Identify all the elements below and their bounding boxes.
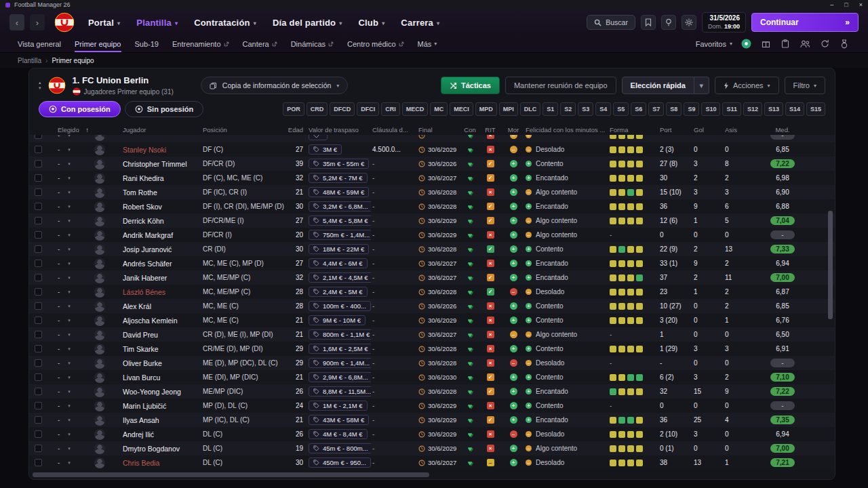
table-row[interactable]: -▾Oliver BurkeME (D), MP (DC), DL (C)299… xyxy=(29,356,835,370)
filter-button[interactable]: Filtro ▾ xyxy=(785,77,825,94)
copy-selection-dropdown[interactable]: Copia de información de selección ▾ xyxy=(201,77,349,94)
col-posicion[interactable]: Posición xyxy=(199,126,284,134)
position-filter-s5[interactable]: S5 xyxy=(613,102,629,116)
col-clausula[interactable]: Cláusula d... xyxy=(371,126,418,134)
player-name[interactable]: Ilyas Ansah xyxy=(112,416,199,424)
selection-dropdown[interactable]: -▾ xyxy=(52,317,92,324)
col-asis[interactable]: Asis xyxy=(725,126,760,134)
selection-dropdown[interactable]: -▾ xyxy=(52,459,92,466)
tab-centro-medico[interactable]: Centro médico xyxy=(347,35,404,52)
horizontal-scrollbar[interactable] xyxy=(33,472,429,477)
maximize-button[interactable]: □ xyxy=(844,1,848,8)
tab-vista-general[interactable]: Vista general xyxy=(18,35,61,52)
table-row[interactable]: -▾Andrik MarkgrafDF/CR (I)20750m € - 1,4… xyxy=(29,228,835,242)
row-checkbox[interactable] xyxy=(35,402,42,409)
player-name[interactable]: David Preu xyxy=(112,331,199,339)
col-mor[interactable]: Mor xyxy=(501,126,526,134)
row-checkbox[interactable] xyxy=(35,388,42,395)
player-name[interactable]: Robert Skov xyxy=(112,203,199,211)
col-edad[interactable]: Edad xyxy=(284,126,303,134)
position-filter-cri[interactable]: CRI xyxy=(381,102,400,116)
transfer-value[interactable]: 3,2M € - 6,8M... xyxy=(309,201,371,211)
position-filter-s2[interactable]: S2 xyxy=(560,102,576,116)
player-name[interactable]: Tim Skarke xyxy=(112,345,199,353)
table-row[interactable]: -▾Aljoscha KemleinMC, ME (C)219M € - 10M… xyxy=(29,313,835,327)
clipboard-icon[interactable] xyxy=(779,38,791,50)
position-filter-dfcd[interactable]: DFCD xyxy=(330,102,355,116)
table-row[interactable]: -▾Livan BurcuME (DI), MP (DIC)212,9M € -… xyxy=(29,370,835,384)
row-checkbox[interactable] xyxy=(35,274,42,281)
table-row[interactable]: -▾Dmytro BogdanovDL (C)1945m € - 800m...… xyxy=(29,441,835,455)
table-row[interactable]: -▾Christopher TrimmelDF/CR (D)3935m € - … xyxy=(29,157,835,171)
row-checkbox[interactable] xyxy=(35,302,42,310)
transfer-value[interactable]: 1M € - 2,1M € xyxy=(309,401,368,411)
transfer-value[interactable]: 750m € - 1,4M... xyxy=(309,230,371,240)
row-checkbox[interactable] xyxy=(35,345,42,352)
selection-dropdown[interactable]: -▾ xyxy=(52,288,92,296)
row-checkbox[interactable] xyxy=(35,288,42,296)
transfer-value[interactable]: 4,4M € - 6M € xyxy=(309,258,368,268)
favorites-dropdown[interactable]: Favoritos ▾ xyxy=(696,40,732,48)
table-row[interactable]: -▾Andrés SchäferMC, ME (C), MP (D)274,4M… xyxy=(29,256,835,270)
transfer-value[interactable]: 5,4M € - 5,8M € xyxy=(309,216,371,226)
selection-dropdown[interactable]: -▾ xyxy=(52,445,92,452)
transfer-value[interactable]: 1,6M € - 2,5M € xyxy=(309,344,371,354)
forward-button[interactable]: › xyxy=(30,14,45,30)
col-jugador[interactable]: Jugador xyxy=(112,126,199,134)
row-checkbox[interactable] xyxy=(35,359,42,367)
row-checkbox[interactable] xyxy=(35,245,42,253)
row-checkbox[interactable] xyxy=(35,203,42,210)
transfer-value[interactable]: 18M € - 22M € xyxy=(309,244,369,254)
player-name[interactable]: Andrej Ilić xyxy=(112,430,199,439)
player-name[interactable]: László Bénes xyxy=(112,288,199,296)
row-checkbox[interactable] xyxy=(35,373,42,381)
player-name[interactable]: Rani Khedira xyxy=(112,174,199,182)
vertical-scrollbar[interactable] xyxy=(828,211,833,319)
col-elegido[interactable]: Elegido ↑ xyxy=(52,126,92,134)
transfer-value[interactable]: 2,4M € - 5M € xyxy=(309,287,368,297)
table-row[interactable]: -▾Woo-Yeong JeongME/MP (DIC)268,8M € - 1… xyxy=(29,384,835,399)
table-row[interactable]: -▾Tim SkarkeCR/ME (D), MP (DI)291,6M € -… xyxy=(29,342,835,356)
row-checkbox[interactable] xyxy=(35,174,42,182)
transfer-value[interactable]: 2,9M € - 6,8M... xyxy=(309,372,371,382)
nav-plantilla[interactable]: Plantilla▾ xyxy=(136,18,178,28)
bookmark-icon[interactable] xyxy=(641,15,656,30)
quick-pick-button[interactable]: Elección rápida xyxy=(622,77,694,94)
col-con[interactable]: Con xyxy=(460,126,479,134)
row-checkbox[interactable] xyxy=(35,459,42,466)
back-button[interactable]: ‹ xyxy=(9,14,24,30)
continue-button[interactable]: Continuar » xyxy=(751,13,859,32)
position-filter-s14[interactable]: S14 xyxy=(785,102,804,116)
table-row[interactable]: -▾Derrick KöhnDF/CR/ME (I)275,4M € - 5,8… xyxy=(29,214,835,228)
selection-dropdown[interactable]: -▾ xyxy=(52,430,92,438)
position-filter-s11[interactable]: S11 xyxy=(722,102,741,116)
col-felicidad[interactable]: Felicidad con los minutos ... xyxy=(526,126,610,134)
table-row[interactable]: -▾Josip JuranovićCR (DI)3018M € - 22M €-… xyxy=(29,242,835,256)
position-filter-mpd[interactable]: MPD xyxy=(475,102,497,116)
transfer-value[interactable]: 35m € - 55m € xyxy=(309,159,369,169)
selection-dropdown[interactable]: -▾ xyxy=(52,388,92,395)
position-filter-s3[interactable]: S3 xyxy=(578,102,593,116)
without-possession-toggle[interactable]: Sin posesión xyxy=(125,101,203,117)
breadcrumb-parent[interactable]: Plantilla xyxy=(18,57,41,64)
position-filter-s8[interactable]: S8 xyxy=(666,102,682,116)
col-med[interactable]: Med. xyxy=(760,126,805,134)
selection-dropdown[interactable]: -▾ xyxy=(52,373,92,381)
col-final[interactable]: Final xyxy=(418,126,460,134)
position-filter-meci[interactable]: MECI xyxy=(450,102,473,116)
selection-dropdown[interactable]: -▾ xyxy=(52,274,92,281)
table-row[interactable]: -▾♥×––- xyxy=(29,135,835,142)
transfer-value[interactable] xyxy=(309,135,328,140)
player-name[interactable]: Janik Haberer xyxy=(112,274,199,282)
nav-carrera[interactable]: Carrera▾ xyxy=(401,18,439,28)
transfer-value[interactable]: 2,1M € - 4,5M € xyxy=(309,272,371,283)
tab-sub-19[interactable]: Sub-19 xyxy=(135,35,159,52)
squad-icon[interactable] xyxy=(799,38,811,50)
transfer-value[interactable]: 450m € - 950... xyxy=(309,458,371,468)
player-name[interactable]: Aljoscha Kemlein xyxy=(112,317,199,325)
selection-dropdown[interactable]: -▾ xyxy=(52,402,92,409)
gear-icon[interactable] xyxy=(682,15,696,30)
row-checkbox[interactable] xyxy=(35,430,42,438)
tactics-button[interactable]: Tácticas xyxy=(441,77,500,94)
player-name[interactable]: Oliver Burke xyxy=(112,359,199,367)
